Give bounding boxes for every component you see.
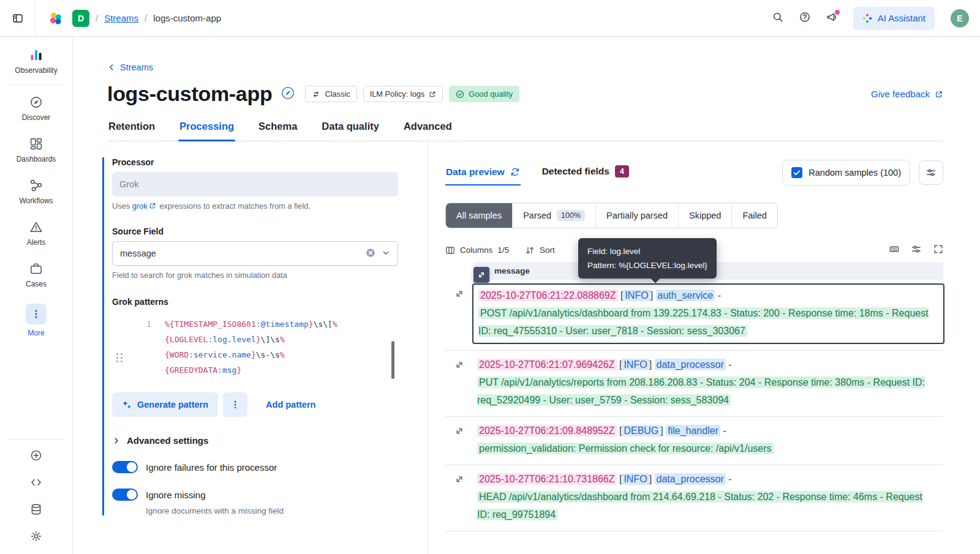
tab-data-preview[interactable]: Data preview (445, 167, 521, 185)
combobox-toggle-button[interactable] (382, 249, 390, 259)
log-message-cell[interactable]: 2025-10-27T06:21:07.969426Z [INFO] data_… (473, 356, 943, 409)
ai-assistant-label: AI Assistant (878, 13, 925, 23)
workflows-icon (29, 179, 43, 192)
stream-tag-ilm[interactable]: ILM Policy: logs (363, 86, 443, 102)
sidebar-item-workflows[interactable]: Workflows (0, 171, 72, 212)
fullscreen-icon (933, 244, 943, 254)
log-row: 2025-10-27T06:21:09.848952Z [DEBUG] file… (445, 417, 943, 465)
check-circle-icon (456, 90, 464, 99)
external-link-icon (429, 91, 436, 98)
pattern-line: {GREEDYDATA:msg} (165, 362, 398, 378)
filter-all-samples[interactable]: All samples (446, 203, 513, 228)
stream-tags: ClassicILM Policy: logsGood quality (305, 86, 519, 102)
pattern-code[interactable]: %{TIMESTAMP_ISO8601:@timestamp}\s\[%{LOG… (165, 316, 398, 378)
help-button[interactable] (799, 12, 810, 24)
page-tabs: RetentionProcessingSchemaData qualityAdv… (107, 121, 943, 141)
space-badge[interactable]: D (72, 10, 89, 27)
sort-button[interactable]: Sort (525, 245, 555, 255)
drag-handle[interactable] (112, 316, 127, 378)
processor-help: Uses grok expressions to extract matches… (112, 201, 398, 212)
tab-schema[interactable]: Schema (257, 121, 298, 141)
user-avatar[interactable]: E (951, 9, 969, 28)
notification-dot (835, 10, 840, 15)
breadcrumb-streams-link[interactable]: Streams (104, 13, 138, 23)
source-field-label: Source Field (112, 226, 398, 236)
toggle-label: Ignore failures for this processor (146, 462, 277, 473)
log-table: message 2025-10-27T06:21:22.088869Z [INF… (445, 262, 943, 531)
sidebar-item-cases[interactable]: Cases (0, 254, 72, 296)
stream-tag-classic[interactable]: Classic (305, 86, 356, 102)
grok-pattern-editor[interactable]: 1 %{TIMESTAMP_ISO8601:@timestamp}\s\[%{L… (112, 312, 398, 384)
stream-tag-quality[interactable]: Good quality (449, 86, 519, 102)
swap-icon (312, 90, 320, 99)
generate-pattern-button[interactable]: Generate pattern (112, 392, 218, 417)
tab-advanced[interactable]: Advanced (402, 121, 453, 141)
log-message-cell[interactable]: 2025-10-27T06:21:22.088869Z [INFO] auth_… (473, 285, 943, 343)
ignore-failures-toggle[interactable] (112, 461, 138, 473)
keyboard-shortcuts-button[interactable] (889, 244, 899, 256)
expand-row-button[interactable] (445, 470, 473, 523)
give-feedback-link[interactable]: Give feedback (871, 89, 943, 99)
back-link-label: Streams (120, 62, 153, 72)
filter-parsed[interactable]: Parsed100% (513, 203, 596, 228)
sidebar-item-more[interactable]: More (0, 296, 72, 345)
tag-label: Good quality (469, 89, 513, 99)
processor-type-input: Grok (112, 172, 398, 197)
back-to-streams-link[interactable]: Streams (107, 62, 153, 72)
filter-badge: 100% (557, 210, 585, 221)
filter-skipped[interactable]: Skipped (679, 203, 732, 228)
filter-failed[interactable]: Failed (732, 203, 777, 228)
code-button[interactable] (30, 476, 42, 490)
clear-x-icon (366, 248, 375, 258)
fullscreen-button[interactable] (933, 244, 943, 256)
tab-processing[interactable]: Processing (178, 121, 235, 141)
log-message-cell[interactable]: 2025-10-27T06:21:09.848952Z [DEBUG] file… (473, 422, 943, 457)
news-button[interactable] (826, 12, 837, 24)
external-link-icon (149, 202, 156, 209)
tab-detected-fields[interactable]: Detected fields4 (541, 165, 630, 185)
add-icon (30, 449, 42, 462)
editor-scrollbar[interactable] (391, 341, 394, 379)
display-options-button[interactable] (911, 244, 921, 256)
tab-retention[interactable]: Retention (107, 121, 156, 141)
grok-docs-link[interactable]: grok (132, 201, 148, 211)
advanced-settings-accordion[interactable]: Advanced settings (112, 435, 208, 446)
filter-partially-parsed[interactable]: Partially parsed (596, 203, 679, 228)
sidebar-item-dashboards[interactable]: Dashboards (0, 129, 72, 171)
pattern-menu-button[interactable] (223, 392, 247, 417)
sidebar-item-alerts[interactable]: Alerts (0, 212, 72, 254)
edit-stream-button[interactable] (281, 86, 295, 102)
field-tooltip: Field: log.level Pattern: %{LOGLEVEL:log… (578, 238, 717, 279)
add-button[interactable] (30, 449, 42, 463)
page-header: Streams logs-custom-app ClassicILM Polic… (73, 37, 980, 141)
settings-button[interactable] (30, 530, 42, 544)
tab-data-quality[interactable]: Data quality (320, 121, 380, 141)
menu-button[interactable] (0, 0, 36, 36)
sidebar-item-observability[interactable]: Observability (0, 40, 72, 82)
search-button[interactable] (772, 12, 783, 24)
source-field-combobox[interactable]: message (112, 241, 398, 266)
ai-assistant-button[interactable]: AI Assistant (853, 7, 935, 30)
sidebar-item-discover[interactable]: Discover (0, 88, 72, 129)
detected-fields-count-badge: 4 (615, 165, 629, 178)
expand-row-button[interactable] (445, 285, 473, 343)
random-samples-checkbox[interactable] (791, 167, 802, 178)
pattern-line: %{TIMESTAMP_ISO8601:@timestamp}\s\[% (165, 316, 398, 332)
expand-cell-button[interactable] (473, 267, 489, 283)
log-message-cell[interactable]: 2025-10-27T06:21:10.731866Z [INFO] data_… (473, 470, 943, 523)
sidebar-item-label: Dashboards (17, 155, 56, 163)
ignore-missing-toggle[interactable] (112, 488, 138, 501)
sliders-icon (926, 168, 936, 178)
preview-settings-button[interactable] (919, 160, 943, 185)
clear-field-button[interactable] (366, 248, 375, 260)
sliders-icon (911, 244, 921, 254)
data-preview-panel: Data previewDetected fields4 Random samp… (428, 141, 980, 554)
expand-row-button[interactable] (445, 422, 473, 457)
chevron-down-icon (382, 249, 390, 257)
feedback-label: Give feedback (871, 89, 930, 99)
columns-button[interactable]: Columns 1/5 (445, 245, 509, 255)
expand-row-button[interactable] (445, 356, 473, 409)
data-button[interactable] (30, 503, 42, 517)
keyboard-icon (889, 244, 899, 254)
add-pattern-button[interactable]: Add pattern (262, 399, 319, 410)
